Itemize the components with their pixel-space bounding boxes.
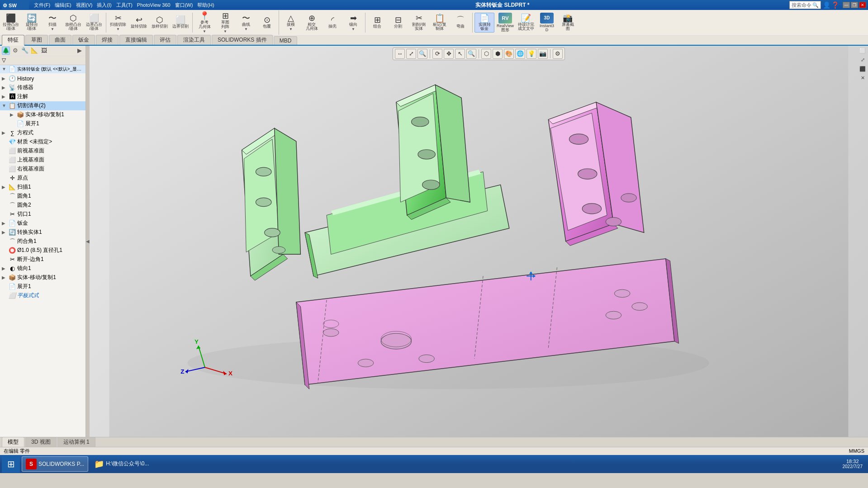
- tree-item-right-plane[interactable]: ⬜ 右视基准面: [0, 165, 85, 174]
- revolve-boss-button[interactable]: 🔄 旋转台/基体: [22, 13, 42, 33]
- help-icon[interactable]: ❓: [831, 1, 839, 9]
- tree-item-top-plane[interactable]: ⬜ 上视基准面: [0, 156, 85, 165]
- tab-sketch[interactable]: 草图: [25, 35, 48, 45]
- draft-button[interactable]: △ 拔模 ▼: [281, 13, 301, 33]
- tree-item-flatten2[interactable]: 📄 展开1: [0, 282, 85, 291]
- tree-item-sweep1[interactable]: ▶ 📐 扫描1: [0, 183, 85, 192]
- menu-edit[interactable]: 编辑(E): [53, 2, 73, 9]
- tree-item-hole1[interactable]: ⭕ Ø1.0 (8.5) 直径孔1: [0, 246, 85, 255]
- sweep-boss-button[interactable]: 〜 扫描 ▼: [43, 13, 62, 33]
- tree-item-move-copy1[interactable]: ▶ 📦 实体-移动/复制1: [0, 273, 85, 282]
- tree-item-break-corner1[interactable]: ✂ 断开-边角1: [0, 255, 85, 264]
- 3d-viewport[interactable]: ↔ ⤢ 🔍 ⟳ ✥ ↖ 🔍 ⬡ ⬢ 🎨 🌐 💡 📷 ⚙: [90, 46, 868, 437]
- loft-cut-button[interactable]: ⬡ 放样切割: [150, 14, 170, 31]
- convert-sheetmetal-button[interactable]: 📄 实体转钣金: [474, 13, 494, 33]
- tree-item-front-plane[interactable]: ⬜ 前视基准面: [0, 147, 85, 156]
- start-button[interactable]: ⊞: [2, 455, 20, 473]
- indent-button[interactable]: ✂ 割削/倒实体: [409, 13, 429, 33]
- menu-window[interactable]: 窗口(W): [174, 2, 194, 9]
- vp-splitview-button[interactable]: ⬛: [859, 66, 866, 73]
- view-select-button[interactable]: ↖: [455, 49, 465, 59]
- boundary-boss-button[interactable]: ⬜ 边界凸台/基体: [84, 13, 104, 33]
- minimize-button[interactable]: —: [843, 2, 850, 8]
- view-lights-button[interactable]: 💡: [526, 49, 536, 59]
- revolve-cut-button[interactable]: ↩ 旋转切除: [129, 14, 149, 31]
- restore-button[interactable]: ❐: [851, 2, 858, 8]
- tab-render[interactable]: 渲染工具: [177, 35, 211, 45]
- close-button[interactable]: ✕: [859, 2, 866, 8]
- view-scene-button[interactable]: 🌐: [515, 49, 525, 59]
- tab-direct-edit[interactable]: 直接编辑: [119, 35, 153, 45]
- tree-item-cut1[interactable]: ✂ 切口1: [0, 210, 85, 219]
- display-manager-icon[interactable]: 🖼: [40, 47, 48, 55]
- screenshot-button[interactable]: 📸 屏幕截图: [558, 13, 578, 33]
- view-settings-button[interactable]: ⚙: [553, 49, 563, 59]
- curves-button[interactable]: 〜 曲线 ▼: [236, 13, 256, 33]
- tree-item-flat-pattern[interactable]: ⬜ 平板式式: [0, 291, 85, 300]
- view-pan-button[interactable]: ✥: [444, 49, 454, 59]
- tab-solidworks-plugins[interactable]: SOLIDWORKS 插件: [212, 35, 273, 45]
- move-copy-button[interactable]: 📋 标记/复制体: [430, 13, 450, 33]
- tree-item-history[interactable]: ▶ 🕐 History: [0, 74, 85, 83]
- view-3d-button[interactable]: ⬡: [481, 49, 491, 59]
- pattern-button[interactable]: ⊞ 草图列阵 ▼: [215, 10, 235, 35]
- tree-item-origin[interactable]: ✛ 原点: [0, 174, 85, 183]
- realview-button[interactable]: RV RealView图形: [495, 11, 515, 34]
- vp-close-button[interactable]: ✕: [859, 75, 866, 82]
- menu-insert[interactable]: 插入(I): [95, 2, 113, 9]
- view-zoom-button[interactable]: ⤢: [406, 49, 416, 59]
- property-manager-icon[interactable]: ⚙: [11, 47, 19, 55]
- btab-motion[interactable]: 运动算例 1: [57, 437, 95, 447]
- menu-photoview[interactable]: PhotoView 360: [136, 2, 172, 8]
- user-icon[interactable]: 👤: [823, 1, 830, 9]
- view-appearance-button[interactable]: 🎨: [504, 49, 514, 59]
- btab-3dview[interactable]: 3D 视图: [25, 437, 57, 447]
- feature-tree-icon[interactable]: 🌲: [2, 47, 10, 55]
- tree-item-mirror1[interactable]: ▶ ◐ 镜向1: [0, 264, 85, 273]
- split-button[interactable]: ⊟ 分割: [388, 14, 408, 31]
- tree-item-material[interactable]: 💎 材质 <未指定>: [0, 137, 85, 147]
- flex-button[interactable]: ⌒ 弯曲: [451, 14, 470, 31]
- view-magnify-button[interactable]: 🔍: [466, 49, 476, 59]
- loft-boss-button[interactable]: ⬡ 放样凸台/基体: [63, 13, 83, 33]
- panel-expand-icon[interactable]: ▶: [76, 47, 84, 55]
- panel-collapse-handle[interactable]: ◀: [86, 46, 90, 437]
- tree-item-annotations[interactable]: ▶ 🅰 注解: [0, 92, 85, 101]
- menu-help[interactable]: 帮助(H): [196, 2, 215, 9]
- tab-sheetmetal[interactable]: 钣金: [72, 35, 95, 45]
- tab-surface[interactable]: 曲面: [49, 35, 71, 45]
- menu-view[interactable]: 视图(V): [75, 2, 94, 9]
- config-manager-icon[interactable]: 🔧: [21, 47, 29, 55]
- tab-evaluate[interactable]: 评估: [154, 35, 176, 45]
- menu-file[interactable]: 文件(F): [33, 2, 52, 9]
- view-section-button[interactable]: 🔍: [417, 49, 427, 59]
- combine-button[interactable]: ⊞ 组合: [367, 14, 387, 31]
- tree-item-equations[interactable]: ▶ ∑ 方程式: [0, 128, 85, 137]
- view-rotate-button[interactable]: ⟳: [432, 49, 442, 59]
- taskbar-solidworks[interactable]: S SOLIDWORKS P...: [22, 456, 88, 472]
- tree-item-cut-list[interactable]: ▼ 📋 切割清单(2): [0, 101, 85, 110]
- tree-item-fillet1[interactable]: ⌒ 圆角1: [0, 192, 85, 201]
- menu-tools[interactable]: 工具(T): [115, 2, 134, 9]
- tab-weldment[interactable]: 焊接: [96, 35, 119, 45]
- btab-model[interactable]: 模型: [2, 437, 24, 447]
- wrap-button[interactable]: ⊙ 包覆: [257, 14, 277, 31]
- direction-button[interactable]: ➡ 镶向 ▼: [343, 13, 363, 33]
- title-search-input[interactable]: 搜索命令: [792, 2, 811, 9]
- tree-item-convert-body1[interactable]: ▶ 🔄 转换实体1: [0, 228, 85, 237]
- tree-item-fillet2[interactable]: ⌒ 圆角2: [0, 201, 85, 210]
- sweep-cut-button[interactable]: ✂ 扫描切除 ▼: [108, 13, 128, 33]
- tab-feature[interactable]: 特征: [2, 35, 24, 46]
- instant3d-button[interactable]: 3D Instant3D: [537, 11, 557, 34]
- view-orient-button[interactable]: ↔: [395, 49, 405, 59]
- tree-item-solid-move1[interactable]: ▶ 📦 实体-移动/复制1: [0, 110, 85, 119]
- boundary-cut-button[interactable]: ⬜ 边界切割: [171, 14, 190, 31]
- dim-xpert-icon[interactable]: 📐: [30, 47, 38, 55]
- extrude-boss-button[interactable]: ⬛ 拉伸凸台/基体: [1, 13, 21, 33]
- tree-item-close-corner1[interactable]: ⌒ 闭合角1: [0, 237, 85, 246]
- tab-mbd[interactable]: MBD: [274, 36, 298, 45]
- tree-item-flatten1[interactable]: 📄 展开1: [0, 119, 85, 128]
- taskbar-filemanager[interactable]: 📁 H:\微信公众号\0...: [90, 456, 153, 472]
- ref-geometry-button[interactable]: 📍 参考几何体 ▼: [194, 10, 214, 35]
- shell-button[interactable]: ◜ 抽壳: [323, 14, 342, 31]
